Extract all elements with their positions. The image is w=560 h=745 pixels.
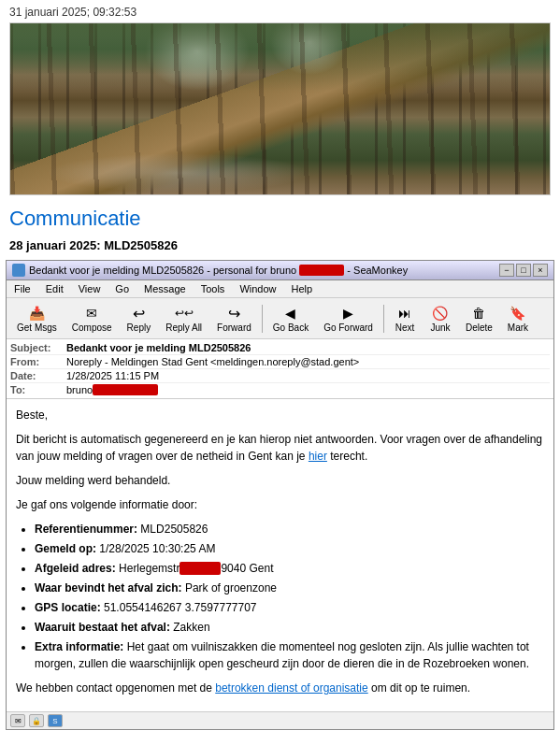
date-row: Date: 1/28/2025 11:15 PM (10, 369, 550, 383)
junk-icon: 🚫 (430, 304, 451, 322)
menu-file[interactable]: File (10, 282, 35, 295)
mark-icon: 🔖 (508, 304, 528, 322)
menu-edit[interactable]: Edit (42, 282, 67, 295)
go-back-button[interactable]: ◀ Go Back (266, 301, 315, 336)
reply-all-label: Reply All (165, 322, 202, 333)
list-item: Waar bevindt het afval zich: Park of gro… (35, 580, 544, 596)
maximize-button[interactable]: □ (516, 264, 531, 277)
toolbar-sep-1 (262, 305, 263, 333)
from-row: From: Noreply - Meldingen Stad Gent <mel… (10, 355, 550, 369)
junk-label: Junk (430, 322, 450, 333)
date-label: Date: (10, 370, 66, 381)
list-item: GPS locatie: 51.0554146267 3.7597777707 (35, 599, 544, 616)
para2: Jouw melding werd behandeld. (16, 472, 544, 489)
go-back-label: Go Back (273, 322, 309, 333)
mark-label: Mark (508, 322, 528, 333)
toolbar: 📥 Get Msgs ✉ Compose ↩ Reply ↩↩ Reply Al… (7, 298, 553, 339)
section-subtitle: 28 januari 2025: MLD2505826 (0, 235, 560, 260)
para3: Je gaf ons volgende informatie door: (16, 496, 544, 513)
subject-label: Subject: (10, 342, 66, 353)
next-icon: ⏭ (395, 304, 415, 322)
window-title-text: Bedankt voor je melding MLD2505826 - per… (29, 265, 408, 276)
go-back-icon: ◀ (280, 304, 301, 322)
toolbar-sep-2 (383, 305, 384, 333)
greeting: Beste, (16, 407, 544, 423)
from-label: From: (10, 356, 66, 367)
get-msgs-button[interactable]: 📥 Get Msgs (10, 301, 64, 336)
window-title: Bedankt voor je melding MLD2505826 - per… (12, 264, 408, 277)
to-label: To: (10, 384, 66, 395)
hier-link[interactable]: hier (309, 450, 327, 463)
to-value: brunoXXXXXXXXX (66, 384, 550, 395)
to-row: To: brunoXXXXXXXXX (10, 383, 550, 396)
forward-button[interactable]: ↪ Forward (210, 301, 258, 336)
status-icon-3: S (48, 714, 63, 727)
go-forward-button[interactable]: ▶ Go Forward (317, 301, 380, 336)
email-body: Beste, Dit bericht is automatisch gegene… (7, 399, 553, 711)
reply-all-button[interactable]: ↩↩ Reply All (159, 301, 208, 336)
minimize-button[interactable]: − (499, 264, 514, 277)
status-icon-2: 🔒 (29, 714, 44, 727)
window-controls: − □ × (499, 264, 548, 277)
address-redacted: XXXXX (179, 562, 221, 575)
forward-label: Forward (217, 322, 251, 333)
menu-tools[interactable]: Tools (197, 282, 229, 295)
date-value: 1/28/2025 11:15 PM (66, 370, 550, 381)
menu-help[interactable]: Help (288, 282, 317, 295)
status-icon-1: ✉ (10, 714, 25, 727)
from-value: Noreply - Meldingen Stad Gent <meldingen… (66, 356, 550, 367)
delete-button[interactable]: 🗑 Delete (459, 301, 499, 336)
next-button[interactable]: ⏭ Next (388, 301, 422, 336)
menu-message[interactable]: Message (140, 282, 190, 295)
menu-go[interactable]: Go (111, 282, 133, 295)
closing: We hebben contact opgenomen met de betro… (16, 680, 544, 696)
betrokken-link[interactable]: betrokken dienst of organisatie (215, 681, 367, 695)
compose-button[interactable]: ✉ Compose (65, 301, 119, 336)
list-item: Referentienummer: MLD2505826 (35, 521, 544, 537)
menu-window[interactable]: Window (236, 282, 280, 295)
app-icon (12, 264, 25, 277)
reply-icon: ↩ (128, 304, 149, 322)
delete-icon: 🗑 (468, 304, 489, 322)
window-title-redacted: XXXXXX (299, 265, 344, 276)
to-redacted: XXXXXXXXX (93, 384, 158, 395)
mark-button[interactable]: 🔖 Mark (501, 301, 535, 336)
list-item: Afgeleid adres: HerlegemstrXXXXX9040 Gen… (35, 560, 544, 577)
menu-view[interactable]: View (75, 282, 105, 295)
reply-all-icon: ↩↩ (174, 304, 194, 322)
delete-label: Delete (466, 322, 493, 333)
list-item: Extra informatie: Het gaat om vuilniszak… (35, 638, 544, 672)
forward-icon: ↪ (223, 304, 244, 322)
top-date: 31 januari 2025; 09:32:53 (0, 0, 560, 22)
status-bar: ✉ 🔒 S (7, 711, 553, 729)
reply-button[interactable]: ↩ Reply (121, 301, 158, 336)
reply-label: Reply (127, 322, 151, 333)
compose-icon: ✉ (81, 304, 102, 322)
menu-bar: File Edit View Go Message Tools Window H… (7, 280, 553, 298)
get-msgs-icon: 📥 (26, 304, 47, 322)
info-list: Referentienummer: MLD2505826 Gemeld op: … (35, 521, 544, 672)
para1: Dit bericht is automatisch gegenereerd e… (16, 431, 544, 465)
forest-photo (9, 22, 551, 195)
list-item: Gemeld op: 1/28/2025 10:30:25 AM (35, 540, 544, 557)
email-window: Bedankt voor je melding MLD2505826 - per… (6, 260, 554, 730)
compose-label: Compose (72, 322, 112, 333)
forest-photo-container (0, 22, 560, 195)
go-forward-label: Go Forward (323, 322, 373, 333)
next-label: Next (395, 322, 415, 333)
section-title: Communicatie (0, 195, 560, 235)
close-button[interactable]: × (533, 264, 548, 277)
go-forward-icon: ▶ (338, 304, 359, 322)
list-item: Waaruit bestaat het afval: Zakken (35, 619, 544, 636)
get-msgs-label: Get Msgs (17, 322, 57, 333)
email-headers: Subject: Bedankt voor je melding MLD2505… (7, 339, 553, 399)
junk-button[interactable]: 🚫 Junk (424, 301, 457, 336)
subject-row: Subject: Bedankt voor je melding MLD2505… (10, 341, 550, 355)
window-titlebar: Bedankt voor je melding MLD2505826 - per… (7, 261, 553, 280)
subject-value: Bedankt voor je melding MLD2505826 (66, 342, 550, 353)
